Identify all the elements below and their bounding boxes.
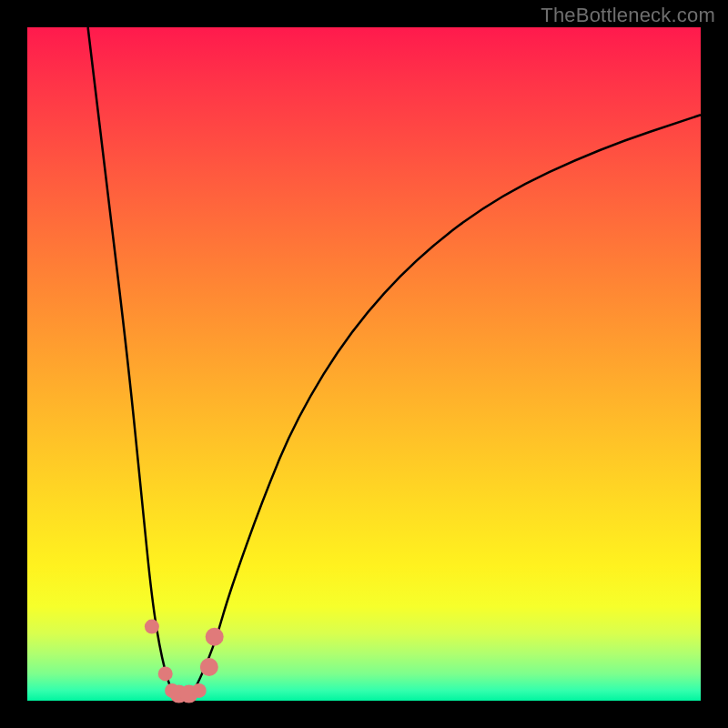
data-marker xyxy=(158,666,173,681)
curve-layer xyxy=(0,0,728,728)
data-marker xyxy=(206,628,224,646)
bottleneck-curve xyxy=(88,27,701,699)
chart-frame: TheBottleneck.com xyxy=(0,0,728,728)
data-marker xyxy=(145,620,159,634)
data-marker xyxy=(200,658,218,676)
data-marker xyxy=(192,683,207,698)
watermark-text: TheBottleneck.com xyxy=(541,4,715,27)
